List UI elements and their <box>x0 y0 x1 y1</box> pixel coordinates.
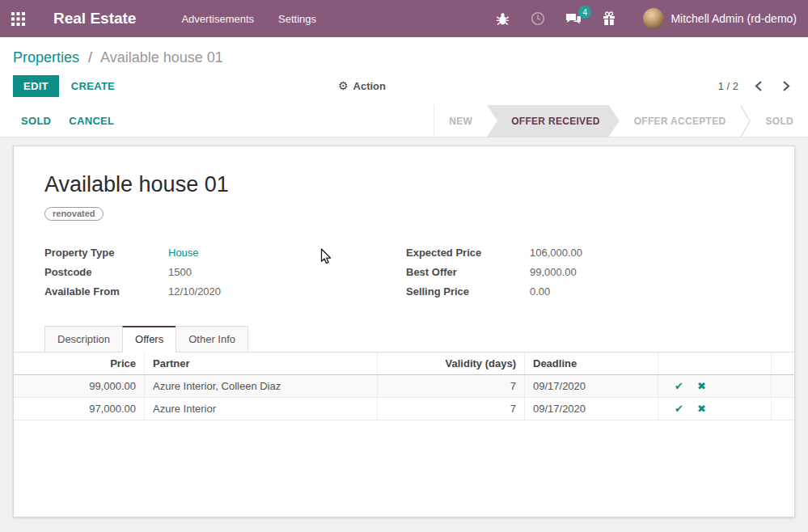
offer-price: 97,000.00 <box>14 398 145 420</box>
activities-clock-icon[interactable] <box>530 11 546 27</box>
status-bar: SOLD CANCEL NEW OFFER RECEIVED OFFER ACC… <box>0 105 808 137</box>
row-filler <box>772 375 794 397</box>
apps-grid-icon[interactable] <box>11 12 39 26</box>
breadcrumb: Properties / Available house 01 <box>13 47 795 68</box>
col-filler <box>772 353 794 374</box>
available-from-value: 12/10/2020 <box>168 285 406 298</box>
field-group-right: Expected Price 106,000.00 Best Offer 99,… <box>406 243 764 302</box>
col-price[interactable]: Price <box>14 353 145 374</box>
form-card: Available house 01 renovated Property Ty… <box>13 146 795 517</box>
edit-button[interactable]: EDIT <box>13 75 59 97</box>
col-deadline[interactable]: Deadline <box>525 353 658 374</box>
expected-price-label: Expected Price <box>406 247 530 260</box>
cancel-button[interactable]: CANCEL <box>69 115 114 127</box>
stage-pipeline: NEW OFFER RECEIVED OFFER ACCEPTED SOLD <box>434 105 808 137</box>
field-grid: Property Type House Postcode 1500 Availa… <box>44 243 764 302</box>
app-name[interactable]: Real Estate <box>53 10 136 27</box>
offer-price: 99,000.00 <box>14 375 145 397</box>
create-button[interactable]: CREATE <box>71 80 115 92</box>
offers-table: Price Partner Validity (days) Deadline 9… <box>14 353 794 420</box>
gear-icon: ⚙ <box>338 79 349 92</box>
messages-chat-icon[interactable]: 4 <box>565 11 582 27</box>
pager-value: 1 / 2 <box>718 80 738 92</box>
postcode-value: 1500 <box>168 266 406 279</box>
action-label: Action <box>353 80 386 92</box>
accept-check-icon[interactable]: ✔ <box>675 380 683 392</box>
col-validity[interactable]: Validity (days) <box>378 353 525 374</box>
control-panel: Properties / Available house 01 EDIT CRE… <box>0 37 808 105</box>
available-from-label: Available From <box>44 285 168 298</box>
row-filler <box>772 398 794 420</box>
top-navbar: Real Estate Advertisements Settings 4 <box>0 0 808 37</box>
field-group-left: Property Type House Postcode 1500 Availa… <box>44 243 406 302</box>
table-row[interactable]: 99,000.00 Azure Interior, Colleen Diaz 7… <box>14 375 794 398</box>
col-actions <box>658 353 772 374</box>
table-row[interactable]: 97,000.00 Azure Interior 7 09/17/2020 ✔ … <box>14 398 794 420</box>
stage-new[interactable]: NEW <box>434 105 487 137</box>
gift-icon[interactable] <box>601 11 617 27</box>
user-menu[interactable]: Mitchell Admin (rd-demo) <box>643 8 797 29</box>
user-avatar <box>643 8 664 29</box>
stage-offer-received[interactable]: OFFER RECEIVED <box>487 105 620 137</box>
stage-offer-accepted[interactable]: OFFER ACCEPTED <box>620 105 741 137</box>
expected-price-value: 106,000.00 <box>530 247 764 260</box>
top-menu: Advertisements Settings <box>181 13 316 25</box>
breadcrumb-separator: / <box>88 49 92 65</box>
tag-renovated: renovated <box>44 207 104 221</box>
menu-advertisements[interactable]: Advertisements <box>181 13 254 25</box>
offer-deadline: 09/17/2020 <box>525 398 658 420</box>
col-partner[interactable]: Partner <box>145 353 378 374</box>
selling-price-label: Selling Price <box>406 285 530 298</box>
pager: 1 / 2 <box>718 79 795 93</box>
sold-button[interactable]: SOLD <box>21 115 51 127</box>
page-title: Available house 01 <box>44 172 764 197</box>
pager-previous-icon[interactable] <box>750 79 767 93</box>
stage-sold[interactable]: SOLD <box>751 105 808 137</box>
postcode-label: Postcode <box>44 266 168 279</box>
property-type-value[interactable]: House <box>168 247 406 260</box>
tab-description[interactable]: Description <box>44 326 123 353</box>
best-offer-label: Best Offer <box>406 266 530 279</box>
offer-partner: Azure Interior <box>145 398 378 420</box>
pager-next-icon[interactable] <box>778 79 795 93</box>
selling-price-value: 0.00 <box>530 285 764 298</box>
refuse-x-icon[interactable]: ✖ <box>697 403 706 415</box>
offer-validity: 7 <box>378 375 525 397</box>
notification-badge: 4 <box>578 6 591 19</box>
refuse-x-icon[interactable]: ✖ <box>697 380 706 392</box>
stage-chevron-icon <box>740 105 751 137</box>
user-name: Mitchell Admin (rd-demo) <box>671 12 797 25</box>
accept-check-icon[interactable]: ✔ <box>675 403 683 415</box>
action-menu-button[interactable]: ⚙ Action <box>338 79 386 92</box>
offer-partner: Azure Interior, Colleen Diaz <box>145 375 378 397</box>
notebook-tabs: Description Offers Other Info <box>14 326 794 353</box>
debug-bug-icon[interactable] <box>494 11 510 27</box>
offer-deadline: 09/17/2020 <box>525 375 658 397</box>
breadcrumb-current: Available house 01 <box>100 49 223 65</box>
tab-offers[interactable]: Offers <box>122 326 176 353</box>
property-type-label: Property Type <box>44 247 168 260</box>
best-offer-value: 99,000.00 <box>530 266 764 279</box>
menu-settings[interactable]: Settings <box>278 13 316 25</box>
tab-other-info[interactable]: Other Info <box>176 326 248 353</box>
breadcrumb-properties[interactable]: Properties <box>13 49 79 65</box>
content-area: Available house 01 renovated Property Ty… <box>0 137 808 532</box>
offer-validity: 7 <box>378 398 525 420</box>
offers-table-header: Price Partner Validity (days) Deadline <box>14 353 794 375</box>
